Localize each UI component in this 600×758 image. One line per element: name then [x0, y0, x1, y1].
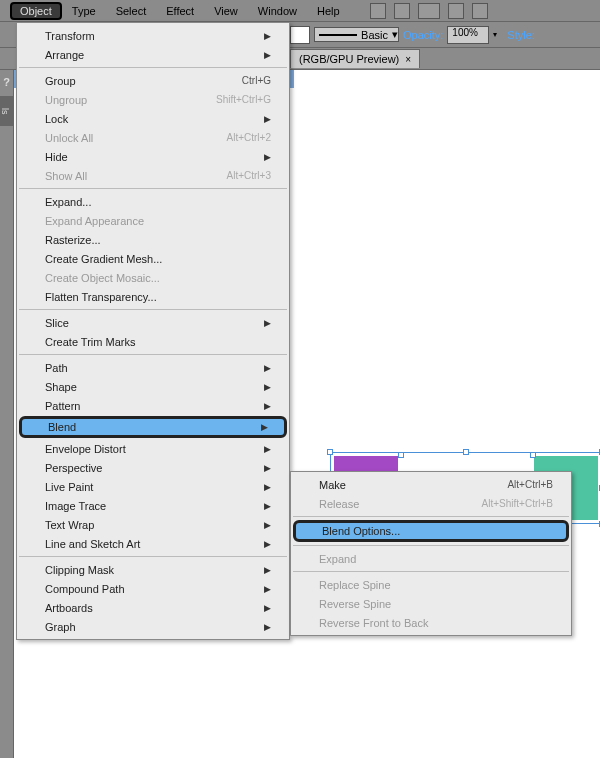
menu-item-label: Graph [45, 621, 76, 633]
toolbar-icon-4[interactable] [448, 3, 464, 19]
object-menu-pattern[interactable]: Pattern▶ [17, 396, 289, 415]
tab-close-icon[interactable]: × [405, 54, 411, 65]
submenu-arrow-icon: ▶ [264, 31, 271, 41]
sel-handle-tc[interactable] [463, 449, 469, 455]
object-menu-path[interactable]: Path▶ [17, 358, 289, 377]
object-menu-separator [19, 354, 287, 355]
object-menu-separator [19, 309, 287, 310]
object-menu-envelope-distort[interactable]: Envelope Distort▶ [17, 439, 289, 458]
menu-item-shortcut: Shift+Ctrl+G [216, 94, 271, 105]
blend-menu-release: ReleaseAlt+Shift+Ctrl+B [291, 494, 571, 513]
menubar-type[interactable]: Type [62, 2, 106, 20]
menu-item-label: Create Object Mosaic... [45, 272, 160, 284]
blend-menu-make[interactable]: MakeAlt+Ctrl+B [291, 475, 571, 494]
object-menu-ungroup: UngroupShift+Ctrl+G [17, 90, 289, 109]
blend-menu-reverse-front-to-back: Reverse Front to Back [291, 613, 571, 632]
menubar-window[interactable]: Window [248, 2, 307, 20]
toolbar-icon-1[interactable] [370, 3, 386, 19]
object-menu-compound-path[interactable]: Compound Path▶ [17, 579, 289, 598]
sel-handle-tl[interactable] [327, 449, 333, 455]
submenu-arrow-icon: ▶ [264, 603, 271, 613]
menu-item-label: Create Trim Marks [45, 336, 135, 348]
menu-item-label: Create Gradient Mesh... [45, 253, 162, 265]
menu-item-label: Shape [45, 381, 77, 393]
toolbar-icon-2[interactable] [394, 3, 410, 19]
menu-item-label: Compound Path [45, 583, 125, 595]
menu-item-label: Lock [45, 113, 68, 125]
object-menu-create-object-mosaic: Create Object Mosaic... [17, 268, 289, 287]
object-menu-create-trim-marks[interactable]: Create Trim Marks [17, 332, 289, 351]
submenu-arrow-icon: ▶ [264, 444, 271, 454]
object-menu-expand[interactable]: Expand... [17, 192, 289, 211]
menu-item-label: Envelope Distort [45, 443, 126, 455]
menu-item-label: Ungroup [45, 94, 87, 106]
toolbar-icon-3[interactable] [418, 3, 440, 19]
object-menu-clipping-mask[interactable]: Clipping Mask▶ [17, 560, 289, 579]
blend-menu-blend-options[interactable]: Blend Options... [293, 520, 569, 542]
menu-item-label: Clipping Mask [45, 564, 114, 576]
menu-item-label: Pattern [45, 400, 80, 412]
menubar-effect[interactable]: Effect [156, 2, 204, 20]
object-menu-group[interactable]: GroupCtrl+G [17, 71, 289, 90]
object-menu-blend[interactable]: Blend▶ [19, 416, 287, 438]
submenu-arrow-icon: ▶ [264, 482, 271, 492]
submenu-arrow-icon: ▶ [264, 152, 271, 162]
object-menu-shape[interactable]: Shape▶ [17, 377, 289, 396]
document-tab[interactable]: (RGB/GPU Preview) × [290, 49, 420, 68]
path-handle-1[interactable] [398, 452, 404, 458]
toolbar-icon-5[interactable] [472, 3, 488, 19]
object-menu-slice[interactable]: Slice▶ [17, 313, 289, 332]
opacity-dd[interactable]: 100% [447, 26, 489, 44]
menubar-icons [370, 3, 488, 19]
menu-item-label: Expand [319, 553, 356, 565]
submenu-arrow-icon: ▶ [264, 318, 271, 328]
opacity-label[interactable]: Opacity: [403, 29, 443, 41]
stroke-label: Basic [361, 29, 388, 41]
help-icon[interactable]: ? [0, 76, 13, 88]
object-menu-rasterize[interactable]: Rasterize... [17, 230, 289, 249]
menu-item-label: Transform [45, 30, 95, 42]
menu-item-label: Image Trace [45, 500, 106, 512]
object-menu-live-paint[interactable]: Live Paint▶ [17, 477, 289, 496]
stroke-style-dd[interactable]: Basic ▾ [314, 27, 399, 42]
style-label[interactable]: Style: [507, 29, 535, 41]
menu-item-label: Live Paint [45, 481, 93, 493]
object-menu-separator [19, 67, 287, 68]
swatch-dd[interactable] [290, 26, 310, 44]
side-label: ls [0, 96, 14, 126]
object-menu-graph[interactable]: Graph▶ [17, 617, 289, 636]
menubar: Object Type Select Effect View Window He… [0, 0, 600, 22]
object-menu-perspective[interactable]: Perspective▶ [17, 458, 289, 477]
object-menu-separator [19, 188, 287, 189]
menu-item-label: Flatten Transparency... [45, 291, 157, 303]
object-menu: Transform▶Arrange▶GroupCtrl+GUngroupShif… [16, 22, 290, 640]
submenu-arrow-icon: ▶ [264, 584, 271, 594]
submenu-arrow-icon: ▶ [264, 565, 271, 575]
submenu-arrow-icon: ▶ [264, 463, 271, 473]
menubar-object[interactable]: Object [10, 2, 62, 20]
object-menu-hide[interactable]: Hide▶ [17, 147, 289, 166]
menu-item-label: Make [319, 479, 346, 491]
object-menu-create-gradient-mesh[interactable]: Create Gradient Mesh... [17, 249, 289, 268]
menu-item-label: Hide [45, 151, 68, 163]
object-menu-line-and-sketch-art[interactable]: Line and Sketch Art▶ [17, 534, 289, 553]
menu-item-shortcut: Alt+Ctrl+3 [227, 170, 271, 181]
object-menu-lock[interactable]: Lock▶ [17, 109, 289, 128]
menu-item-label: Rasterize... [45, 234, 101, 246]
menubar-view[interactable]: View [204, 2, 248, 20]
menubar-select[interactable]: Select [106, 2, 157, 20]
object-menu-arrange[interactable]: Arrange▶ [17, 45, 289, 64]
path-handle-2[interactable] [530, 452, 536, 458]
menubar-help[interactable]: Help [307, 2, 350, 20]
object-menu-image-trace[interactable]: Image Trace▶ [17, 496, 289, 515]
object-menu-flatten-transparency[interactable]: Flatten Transparency... [17, 287, 289, 306]
submenu-arrow-icon: ▶ [264, 363, 271, 373]
menu-item-shortcut: Alt+Ctrl+2 [227, 132, 271, 143]
object-menu-text-wrap[interactable]: Text Wrap▶ [17, 515, 289, 534]
object-menu-artboards[interactable]: Artboards▶ [17, 598, 289, 617]
object-menu-transform[interactable]: Transform▶ [17, 26, 289, 45]
menu-item-shortcut: Ctrl+G [242, 75, 271, 86]
left-panel-strip: ? [0, 70, 14, 758]
submenu-arrow-icon: ▶ [264, 114, 271, 124]
blend-menu-expand: Expand [291, 549, 571, 568]
